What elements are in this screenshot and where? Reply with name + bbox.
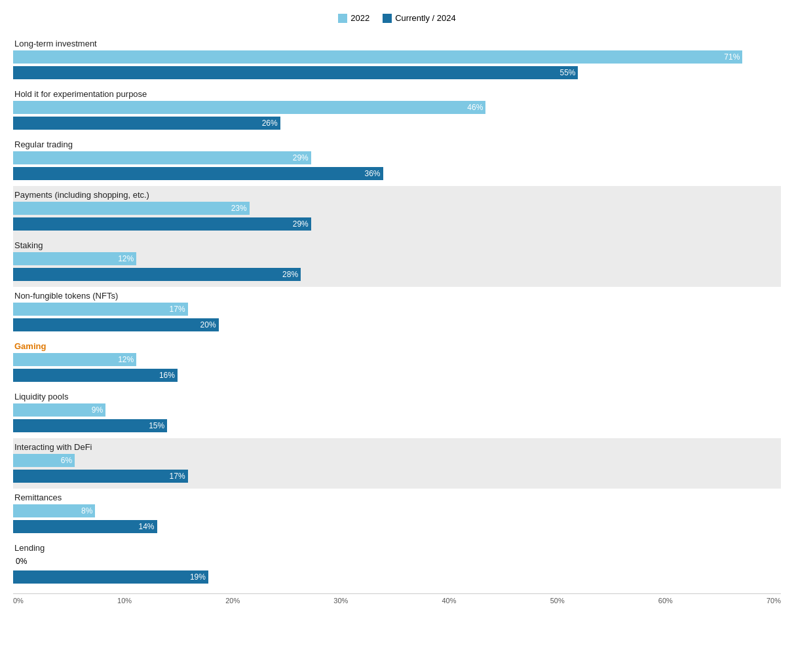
bar-2022: 8%	[13, 504, 95, 517]
bar-row-2022: 17%	[13, 302, 781, 316]
bar-row-current: 17%	[13, 469, 781, 483]
x-axis-label: 60%	[658, 597, 673, 605]
bar-row-2022: 46%	[13, 100, 781, 115]
category-block: Long-term investment71%55%	[13, 35, 781, 85]
bar-row-current: 29%	[13, 217, 781, 231]
bar-row-current: 19%	[13, 570, 781, 584]
bar-current: 55%	[13, 66, 578, 79]
category-label: Non-fungible tokens (NFTs)	[13, 291, 781, 301]
bar-row-2022: 9%	[13, 403, 781, 417]
bar-row-2022: 8%	[13, 504, 781, 518]
bar-row-2022: 0%	[13, 554, 781, 569]
chart-container: 2022 Currently / 2024 Long-term investme…	[13, 13, 781, 605]
chart-legend: 2022 Currently / 2024	[13, 13, 781, 23]
bar-row-current: 55%	[13, 65, 781, 80]
legend-label: Currently / 2024	[395, 13, 456, 23]
bar-2022: 29%	[13, 151, 311, 164]
bar-row-2022: 71%	[13, 50, 781, 64]
bar-row-2022: 6%	[13, 453, 781, 468]
category-block: Lending0%19%	[13, 539, 781, 589]
category-label: Interacting with DeFi	[13, 442, 781, 452]
category-block: Hold it for experimentation purpose46%26…	[13, 85, 781, 136]
category-label: Lending	[13, 543, 781, 553]
bar-row-current: 28%	[13, 267, 781, 282]
x-axis-label: 30%	[333, 597, 348, 605]
bar-current: 20%	[13, 318, 219, 331]
category-label: Gaming	[13, 341, 781, 351]
category-block: Payments (including shopping, etc.)23%29…	[13, 186, 781, 236]
category-label: Regular trading	[13, 140, 781, 149]
x-axis-label: 20%	[225, 597, 240, 605]
category-label: Hold it for experimentation purpose	[13, 89, 781, 99]
bar-2022: 9%	[13, 403, 105, 417]
x-axis-label: 50%	[550, 597, 565, 605]
category-block: Remittances8%14%	[13, 489, 781, 539]
category-label: Staking	[13, 240, 781, 250]
legend-swatch	[383, 14, 392, 23]
bar-row-current: 26%	[13, 116, 781, 130]
category-block: Staking12%28%	[13, 236, 781, 287]
category-label: Long-term investment	[13, 39, 781, 48]
bar-current: 36%	[13, 167, 383, 180]
bar-current: 17%	[13, 470, 188, 483]
category-block: Interacting with DeFi6%17%	[13, 438, 781, 489]
category-label: Payments (including shopping, etc.)	[13, 190, 781, 200]
bar-row-current: 16%	[13, 368, 781, 383]
bar-current: 26%	[13, 117, 280, 130]
bar-current: 29%	[13, 217, 311, 231]
bar-2022: 23%	[13, 202, 250, 215]
category-block: Regular trading29%36%	[13, 136, 781, 186]
category-label: Liquidity pools	[13, 392, 781, 401]
chart-area: Long-term investment71%55%Hold it for ex…	[13, 35, 781, 589]
zero-label: 0%	[13, 557, 27, 566]
category-block: Non-fungible tokens (NFTs)17%20%	[13, 287, 781, 337]
bar-row-current: 36%	[13, 166, 781, 181]
bar-2022: 12%	[13, 252, 136, 265]
bar-current: 16%	[13, 369, 178, 382]
category-label: Remittances	[13, 493, 781, 502]
bar-2022: 12%	[13, 353, 136, 366]
bar-2022: 71%	[13, 50, 742, 64]
legend-item: Currently / 2024	[383, 13, 456, 23]
x-axis-label: 40%	[442, 597, 457, 605]
bar-2022: 17%	[13, 303, 188, 316]
bar-current: 14%	[13, 520, 157, 533]
bar-2022: 6%	[13, 454, 75, 467]
category-block: Liquidity pools9%15%	[13, 388, 781, 438]
legend-swatch	[338, 14, 347, 23]
legend-item: 2022	[338, 13, 369, 23]
bar-current: 19%	[13, 570, 208, 584]
bar-row-2022: 12%	[13, 252, 781, 266]
x-axis-label: 0%	[13, 597, 24, 605]
bar-current: 28%	[13, 268, 301, 281]
x-axis-label: 10%	[117, 597, 132, 605]
x-axis: 0%10%20%30%40%50%60%70%	[13, 593, 781, 605]
x-axis-label: 70%	[766, 597, 781, 605]
legend-label: 2022	[350, 13, 369, 23]
bar-row-current: 14%	[13, 519, 781, 534]
bar-current: 15%	[13, 419, 167, 432]
bar-row-current: 20%	[13, 318, 781, 332]
bar-row-2022: 29%	[13, 151, 781, 165]
bar-2022: 46%	[13, 101, 485, 114]
bar-row-current: 15%	[13, 419, 781, 433]
bar-row-2022: 12%	[13, 352, 781, 367]
bar-row-2022: 23%	[13, 201, 781, 215]
category-block: Gaming12%16%	[13, 337, 781, 388]
